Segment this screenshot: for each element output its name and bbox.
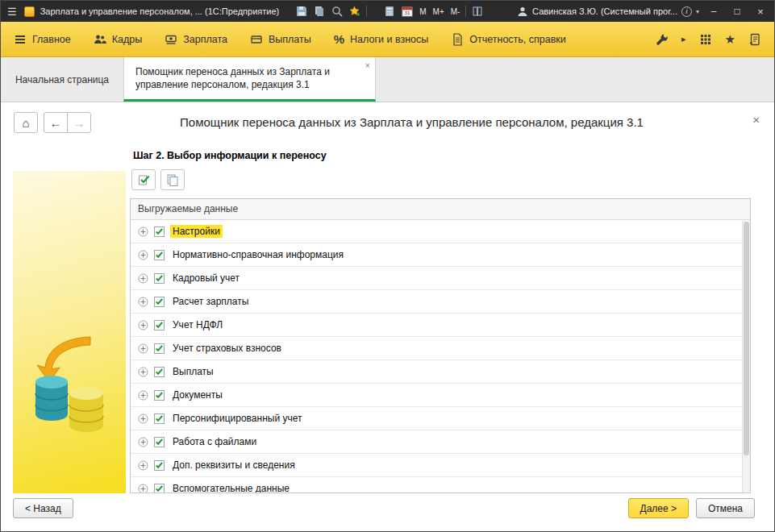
table-row[interactable]: Вспомогательные данные bbox=[131, 477, 750, 493]
search-icon[interactable] bbox=[331, 6, 343, 17]
save-icon[interactable] bbox=[296, 6, 307, 17]
table-row[interactable]: Персонифицированный учет bbox=[131, 407, 750, 430]
expand-icon[interactable] bbox=[138, 320, 148, 330]
expand-icon[interactable] bbox=[138, 343, 148, 354]
calendar-day: 31 bbox=[405, 10, 410, 15]
set-all-flags-button[interactable] bbox=[131, 169, 156, 190]
row-checkbox-checked[interactable] bbox=[154, 460, 165, 471]
table-row[interactable]: Нормативно-справочная информация bbox=[131, 243, 750, 267]
minimize-button[interactable]: – bbox=[705, 6, 723, 17]
table-row[interactable]: Кадровый учет bbox=[131, 267, 750, 290]
arrow-right-icon: → bbox=[73, 116, 85, 130]
database-transfer-illustration bbox=[27, 332, 111, 437]
row-label: Настройки bbox=[170, 225, 223, 238]
tab-home[interactable]: Начальная страница bbox=[1, 57, 123, 102]
menu-item-otchetnost[interactable]: Отчетность, справки bbox=[451, 33, 566, 46]
assistant-close-icon[interactable]: × bbox=[752, 113, 760, 127]
expand-icon[interactable] bbox=[138, 460, 148, 471]
menu-item-zarplata[interactable]: Зарплата bbox=[165, 33, 227, 46]
main-menu-icon[interactable]: ☰ bbox=[6, 6, 19, 18]
columns-icon[interactable] bbox=[472, 6, 483, 17]
tab-assistant[interactable]: Помощник переноса данных из Зарплата и у… bbox=[123, 57, 376, 102]
row-label: Учет страховых взносов bbox=[170, 342, 284, 355]
cancel-button[interactable]: Отмена bbox=[696, 498, 755, 518]
memory-m-button[interactable]: M bbox=[419, 7, 426, 16]
table-header: Выгружаемые данные bbox=[131, 199, 750, 220]
table-row[interactable]: Расчет зарплаты bbox=[131, 290, 750, 314]
row-checkbox-checked[interactable] bbox=[154, 390, 165, 401]
row-label: Доп. реквизиты и сведения bbox=[170, 459, 298, 472]
expand-icon[interactable] bbox=[138, 437, 148, 447]
row-checkbox-checked[interactable] bbox=[154, 320, 165, 330]
row-checkbox-checked[interactable] bbox=[154, 437, 165, 447]
home-button[interactable]: ⌂ bbox=[14, 112, 38, 133]
row-label: Персонифицированный учет bbox=[170, 412, 304, 425]
check-all-icon bbox=[137, 173, 150, 186]
chevron-down-icon[interactable]: ▾ bbox=[696, 8, 699, 15]
row-checkbox-checked[interactable] bbox=[154, 484, 165, 494]
row-checkbox-checked[interactable] bbox=[154, 414, 165, 424]
next-button[interactable]: Далее > bbox=[628, 498, 690, 518]
menu-item-label: Зарплата bbox=[183, 34, 227, 45]
titlebar-tools bbox=[296, 6, 360, 17]
row-checkbox-checked[interactable] bbox=[154, 250, 165, 260]
info-icon[interactable]: i bbox=[681, 6, 692, 17]
add-favorite-icon[interactable] bbox=[349, 6, 360, 17]
row-checkbox-checked[interactable] bbox=[154, 367, 165, 377]
memory-m-plus-button[interactable]: M+ bbox=[433, 7, 444, 16]
table-row[interactable]: Настройки bbox=[131, 220, 750, 243]
back-button[interactable]: < Назад bbox=[13, 498, 73, 518]
tab-close-icon[interactable]: × bbox=[365, 60, 370, 72]
row-checkbox-checked[interactable] bbox=[154, 273, 165, 284]
percent-icon: % bbox=[334, 32, 344, 46]
assistant-form: ⌂ ← → Помощник переноса данных из Зарпла… bbox=[1, 103, 774, 531]
copy-icon[interactable] bbox=[314, 6, 325, 17]
table-row[interactable]: Документы bbox=[131, 384, 750, 407]
table-toolbar bbox=[131, 169, 185, 190]
chevron-right-icon[interactable]: ▸ bbox=[681, 34, 686, 44]
expand-icon[interactable] bbox=[138, 367, 148, 377]
titlebar-separator bbox=[465, 6, 466, 17]
close-window-button[interactable]: × bbox=[752, 6, 769, 18]
row-checkbox-checked[interactable] bbox=[154, 297, 165, 307]
expand-icon[interactable] bbox=[138, 390, 148, 401]
expand-icon[interactable] bbox=[138, 484, 148, 494]
forward-nav-button[interactable]: → bbox=[67, 112, 91, 133]
calendar-icon[interactable]: 31 bbox=[402, 6, 413, 17]
expand-icon[interactable] bbox=[138, 297, 148, 307]
sections-icon bbox=[14, 33, 27, 46]
memory-m-minus-button[interactable]: M- bbox=[451, 7, 460, 16]
menu-item-label: Отчетность, справки bbox=[469, 34, 566, 45]
table-row[interactable]: Учет страховых взносов bbox=[131, 337, 750, 360]
menu-item-nalogi[interactable]: % Налоги и взносы bbox=[334, 32, 429, 46]
table-row[interactable]: Доп. реквизиты и сведения bbox=[131, 454, 750, 477]
history-icon[interactable] bbox=[748, 33, 761, 46]
menu-item-kadry[interactable]: Кадры bbox=[94, 33, 142, 46]
table-row[interactable]: Выплаты bbox=[131, 360, 750, 384]
row-checkbox-checked[interactable] bbox=[154, 343, 165, 354]
menu-item-vyplaty[interactable]: Выплаты bbox=[250, 33, 311, 46]
sheets-icon bbox=[166, 173, 179, 186]
export-data-table: Выгружаемые данные Настройки Нормативно-… bbox=[130, 198, 751, 493]
favorites-star-icon[interactable]: ★ bbox=[725, 32, 735, 47]
calculator-icon[interactable] bbox=[384, 6, 395, 17]
table-row[interactable]: Учет НДФЛ bbox=[131, 314, 750, 337]
menu-item-glavnoe[interactable]: Главное bbox=[14, 33, 71, 46]
wrench-icon[interactable] bbox=[656, 33, 669, 46]
table-row[interactable]: Работа с файлами bbox=[131, 430, 750, 454]
expand-icon[interactable] bbox=[138, 414, 148, 424]
arrow-left-icon: ← bbox=[50, 116, 62, 130]
back-nav-button[interactable]: ← bbox=[44, 112, 68, 133]
people-icon bbox=[94, 33, 106, 46]
user-area[interactable]: Савинская З.Ю. (Системный прог... i ▾ bbox=[517, 6, 699, 17]
vertical-scrollbar[interactable] bbox=[742, 221, 750, 493]
scrollbar-thumb[interactable] bbox=[744, 222, 749, 455]
expand-icon[interactable] bbox=[138, 227, 148, 237]
expand-icon[interactable] bbox=[138, 273, 148, 284]
row-checkbox-checked[interactable] bbox=[154, 227, 165, 237]
all-functions-grid-icon[interactable] bbox=[699, 33, 712, 46]
maximize-button[interactable]: □ bbox=[728, 6, 746, 17]
clear-all-flags-button[interactable] bbox=[160, 169, 185, 190]
user-icon bbox=[517, 6, 528, 17]
expand-icon[interactable] bbox=[138, 250, 148, 260]
